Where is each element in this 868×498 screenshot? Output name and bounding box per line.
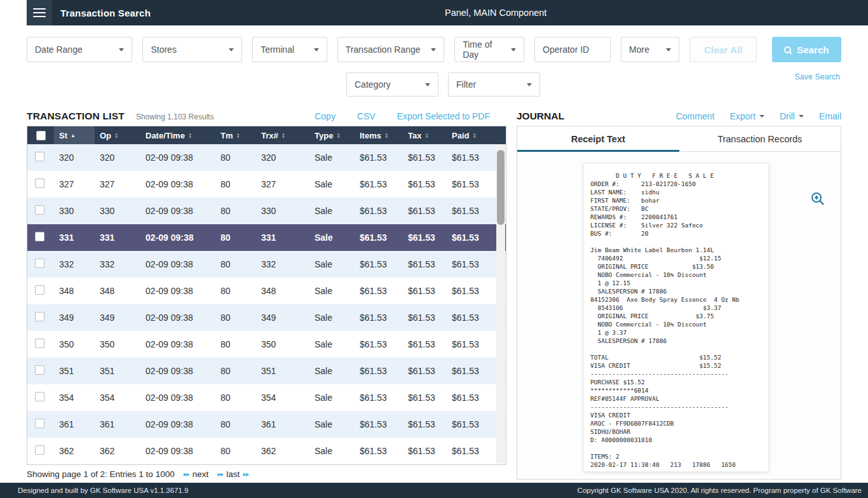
cell-date-time: 02-09 09:38 [140, 179, 215, 189]
email-link[interactable]: Email [819, 111, 841, 121]
table-row[interactable]: 32032002-09 09:3880320Sale$61.53$61.53$6… [27, 144, 506, 171]
column-label: Date/Time [146, 131, 185, 140]
filter-label: Filter [456, 79, 476, 90]
table-row[interactable]: 32732702-09 09:3880327Sale$61.53$61.53$6… [27, 171, 506, 198]
filter-label: Terminal [261, 44, 294, 55]
last-page-link[interactable]: ▸▸ last ▸▸ [217, 469, 248, 479]
chevron-down-icon [799, 115, 804, 118]
column-header-tax[interactable]: Tax▲▼ [403, 126, 447, 144]
zoom-in-icon[interactable] [810, 191, 825, 206]
cell-trx: 332 [256, 259, 309, 269]
results-count: Showing 1,103 Results [136, 112, 214, 121]
comment-link[interactable]: Comment [676, 111, 715, 121]
table-row[interactable]: 34934902-09 09:3880349Sale$61.53$61.53$6… [27, 304, 506, 331]
search-button-label: Search [797, 44, 829, 55]
cell-tax: $61.53 [403, 259, 447, 269]
sort-down-glyph: ▼ [384, 135, 388, 138]
sort-icon: ▲▼ [188, 132, 192, 138]
filter-dropdown-filter[interactable]: Filter [448, 72, 540, 97]
row-checkbox-cell [27, 419, 54, 430]
row-checkbox[interactable] [35, 339, 44, 348]
cell-type: Sale [309, 206, 355, 216]
scrollbar-thumb[interactable] [497, 150, 505, 225]
row-checkbox[interactable] [35, 152, 44, 161]
row-checkbox[interactable] [35, 259, 44, 268]
cell-trx: 348 [256, 286, 309, 296]
receipt-paper: D U T Y F R E E S A L E ORDER #: 213-021… [583, 163, 769, 472]
cell-trx: 361 [256, 419, 309, 429]
cell-trx: 331 [256, 232, 309, 243]
select-all-checkbox[interactable] [36, 131, 46, 140]
cell-items: $61.53 [355, 446, 403, 456]
column-header-type[interactable]: Type▲▼ [309, 126, 355, 144]
table-row[interactable]: 33033002-09 09:3880330Sale$61.53$61.53$6… [27, 198, 506, 224]
filter-dropdown-stores[interactable]: Stores [142, 37, 242, 62]
export-selected-pdf-link[interactable]: Export Selected to PDF [397, 111, 490, 121]
column-header-trx[interactable]: Trx#▲▼ [256, 126, 309, 144]
row-checkbox[interactable] [35, 178, 44, 188]
save-search-link[interactable]: Save Search [794, 72, 840, 81]
row-checkbox[interactable] [35, 232, 44, 241]
column-header-op[interactable]: Op▲▼ [95, 126, 140, 144]
export-label: Export [729, 111, 755, 121]
comment-label: Comment [676, 111, 715, 121]
export-link[interactable]: Export [729, 111, 764, 121]
filter-dropdown-transaction-range[interactable]: Transaction Range [337, 37, 444, 62]
table-scrollbar[interactable] [496, 145, 505, 464]
cell-tm: 80 [215, 313, 256, 323]
cell-tax: $61.53 [403, 286, 447, 296]
column-header-st[interactable]: St▲ [54, 126, 95, 144]
column-label: Op [100, 131, 111, 140]
table-row[interactable]: 35035002-09 09:3880350Sale$61.53$61.53$6… [27, 331, 506, 358]
row-checkbox[interactable] [35, 365, 44, 375]
table-row[interactable]: 33133102-09 09:3880331Sale$61.53$61.53$6… [27, 224, 506, 251]
row-checkbox[interactable] [35, 392, 44, 401]
cell-tm: 80 [215, 206, 256, 216]
row-checkbox[interactable] [35, 205, 44, 215]
column-header-tm[interactable]: Tm▲▼ [215, 126, 256, 144]
menu-icon[interactable] [27, 0, 52, 25]
csv-link[interactable]: CSV [357, 111, 376, 121]
table-row[interactable]: 35135102-09 09:3880351Sale$61.53$61.53$6… [27, 358, 506, 384]
table-row[interactable]: 34834802-09 09:3880348Sale$61.53$61.53$6… [27, 278, 506, 304]
receipt-text: D U T Y F R E E S A L E ORDER #: 213-021… [590, 172, 762, 469]
row-checkbox[interactable] [35, 445, 44, 455]
filter-dropdown-time-of-day[interactable]: Time of Day [454, 37, 524, 62]
filter-label: Date Range [35, 44, 83, 55]
column-label: Tax [408, 131, 421, 140]
filter-dropdown-category[interactable]: Category [346, 72, 438, 97]
cell-items: $61.53 [355, 232, 403, 243]
filter-input-operator-id[interactable] [534, 37, 611, 62]
table-row[interactable]: 35435402-09 09:3880354Sale$61.53$61.53$6… [27, 384, 506, 411]
row-checkbox[interactable] [35, 419, 44, 428]
cell-tax: $61.53 [403, 313, 447, 323]
next-page-link[interactable]: ▸▸ next [184, 469, 209, 479]
search-button[interactable]: Search [772, 37, 841, 62]
table-row[interactable]: 36236202-09 09:3880362Sale$61.53$61.53$6… [27, 438, 506, 464]
sort-down-glyph: ▼ [114, 135, 118, 138]
row-checkbox[interactable] [35, 285, 44, 295]
column-header-paid[interactable]: Paid▲▼ [447, 126, 506, 144]
clear-all-button[interactable]: Clear All [689, 37, 756, 62]
sort-down-glyph: ▼ [472, 135, 476, 138]
cell-type: Sale [309, 179, 355, 189]
cell-type: Sale [309, 313, 355, 323]
row-checkbox[interactable] [35, 312, 44, 321]
transaction-table: St▲Op▲▼Date/Time▲▼Tm▲▼Trx#▲▼Type▲▼Items▲… [27, 126, 506, 465]
drill-link[interactable]: Drill [780, 111, 804, 121]
column-header-date-time[interactable]: Date/Time▲▼ [140, 126, 215, 144]
pagination: Showing page 1 of 2: Entries 1 to 1000 ▸… [27, 469, 248, 479]
row-checkbox-cell [27, 365, 54, 377]
cell-tm: 80 [215, 446, 256, 456]
tab-transaction-records[interactable]: Transaction Records [679, 126, 841, 151]
filter-dropdown-more[interactable]: More [621, 37, 679, 62]
column-header-items[interactable]: Items▲▼ [355, 126, 403, 144]
cell-op: 362 [95, 446, 140, 456]
filter-dropdown-date-range[interactable]: Date Range [27, 37, 132, 62]
cell-op: 348 [95, 286, 140, 296]
copy-link[interactable]: Copy [315, 111, 336, 121]
table-row[interactable]: 36136102-09 09:3880361Sale$61.53$61.53$6… [27, 411, 506, 438]
table-row[interactable]: 33233202-09 09:3880332Sale$61.53$61.53$6… [27, 251, 506, 278]
filter-dropdown-terminal[interactable]: Terminal [252, 37, 327, 62]
tab-receipt-text[interactable]: Receipt Text [517, 126, 679, 151]
